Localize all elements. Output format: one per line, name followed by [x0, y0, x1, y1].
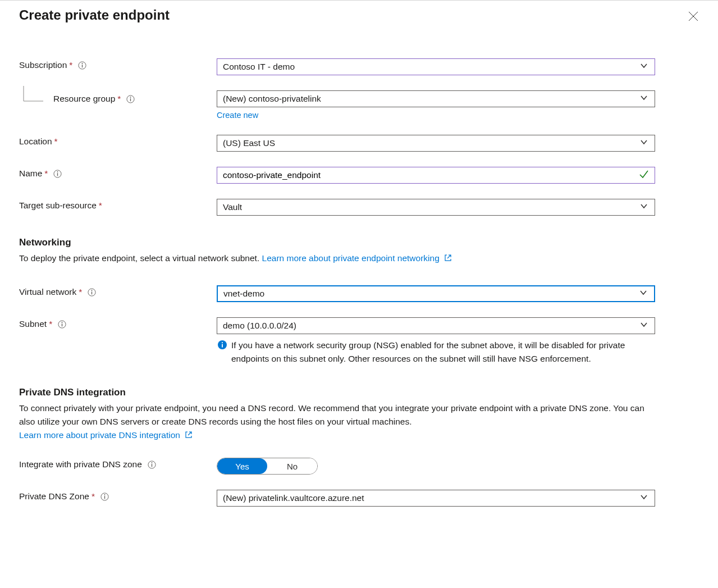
- dns-description: To connect privately with your private e…: [19, 402, 718, 442]
- info-circle-icon: [217, 340, 228, 366]
- dns-zone-select[interactable]: (New) privatelink.vaultcore.azure.net: [217, 490, 655, 507]
- svg-rect-24: [104, 496, 105, 499]
- subnet-value: demo (10.0.0.0/24): [223, 321, 296, 331]
- networking-learn-more-link[interactable]: Learn more about private endpoint networ…: [262, 253, 452, 263]
- svg-point-7: [130, 97, 131, 98]
- networking-description: To deploy the private endpoint, select a…: [19, 252, 718, 265]
- svg-point-13: [92, 290, 93, 291]
- subscription-label: Subscription: [19, 58, 67, 72]
- name-field[interactable]: [223, 170, 649, 180]
- subnet-label: Subnet: [19, 317, 47, 331]
- info-icon[interactable]: [78, 61, 86, 70]
- required-marker: *: [99, 199, 102, 212]
- required-marker: *: [117, 92, 121, 106]
- resource-group-select[interactable]: (New) contoso-privatelink: [217, 90, 655, 107]
- target-sub-resource-select[interactable]: Vault: [217, 199, 655, 216]
- svg-point-16: [62, 322, 63, 323]
- dns-zone-label: Private DNS Zone: [19, 490, 89, 503]
- info-icon[interactable]: [148, 461, 156, 469]
- close-button[interactable]: [685, 8, 701, 24]
- virtual-network-select[interactable]: vnet-demo: [217, 285, 655, 302]
- svg-point-22: [151, 462, 152, 463]
- svg-point-10: [57, 171, 58, 172]
- location-value: (US) East US: [223, 138, 275, 148]
- svg-rect-12: [92, 291, 92, 294]
- dns-zone-value: (New) privatelink.vaultcore.azure.net: [223, 493, 364, 503]
- create-new-link[interactable]: Create new: [217, 111, 655, 120]
- info-icon[interactable]: [58, 320, 66, 329]
- subscription-select[interactable]: Contoso IT - demo: [217, 58, 655, 75]
- svg-point-4: [82, 63, 83, 64]
- name-label: Name: [19, 167, 42, 180]
- svg-rect-9: [57, 173, 58, 176]
- networking-desc-text: To deploy the private endpoint, select a…: [19, 253, 262, 263]
- page-title: Create private endpoint: [19, 7, 690, 23]
- chevron-down-icon: [640, 94, 648, 104]
- info-icon[interactable]: [53, 170, 62, 178]
- name-input[interactable]: [217, 167, 655, 184]
- dns-desc-text: To connect privately with your private e…: [19, 403, 644, 426]
- svg-rect-18: [222, 344, 223, 348]
- svg-point-25: [104, 494, 106, 495]
- info-icon[interactable]: [126, 95, 135, 103]
- target-sub-resource-label: Target sub-resource: [19, 199, 97, 212]
- chevron-down-icon: [640, 493, 648, 503]
- target-sub-resource-value: Vault: [223, 202, 242, 212]
- integrate-dns-label: Integrate with private DNS zone: [19, 458, 142, 471]
- subscription-value: Contoso IT - demo: [223, 62, 295, 72]
- location-select[interactable]: (US) East US: [217, 135, 655, 152]
- svg-rect-3: [82, 65, 83, 67]
- info-icon[interactable]: [100, 493, 109, 501]
- chevron-down-icon: [639, 289, 647, 299]
- external-link-icon: [185, 431, 193, 439]
- toggle-no[interactable]: No: [267, 458, 317, 474]
- resource-group-value: (New) contoso-privatelink: [223, 94, 321, 104]
- resource-group-label: Resource group: [53, 92, 115, 106]
- integrate-dns-toggle[interactable]: Yes No: [217, 458, 318, 475]
- required-marker: *: [79, 285, 82, 299]
- required-marker: *: [54, 135, 58, 148]
- chevron-down-icon: [640, 321, 648, 331]
- tree-elbow-icon: [22, 90, 53, 107]
- networking-heading: Networking: [19, 237, 718, 248]
- info-icon[interactable]: [88, 288, 96, 297]
- required-marker: *: [44, 167, 48, 180]
- chevron-down-icon: [640, 62, 648, 72]
- chevron-down-icon: [640, 202, 648, 212]
- dns-heading: Private DNS integration: [19, 387, 718, 398]
- required-marker: *: [69, 58, 72, 72]
- required-marker: *: [49, 317, 52, 331]
- external-link-icon: [444, 254, 452, 262]
- chevron-down-icon: [640, 138, 648, 148]
- virtual-network-value: vnet-demo: [223, 289, 264, 299]
- checkmark-icon: [639, 169, 649, 181]
- location-label: Location: [19, 135, 52, 148]
- dns-learn-more-link[interactable]: Learn more about private DNS integration: [19, 430, 193, 440]
- close-icon: [688, 11, 698, 21]
- svg-point-19: [222, 342, 223, 343]
- subnet-select[interactable]: demo (10.0.0.0/24): [217, 317, 655, 334]
- svg-rect-15: [62, 323, 62, 326]
- nsg-info-message: If you have a network security group (NS…: [231, 339, 655, 366]
- svg-rect-6: [130, 98, 131, 101]
- required-marker: *: [92, 490, 95, 503]
- toggle-yes[interactable]: Yes: [217, 458, 267, 474]
- svg-rect-21: [152, 464, 152, 467]
- virtual-network-label: Virtual network: [19, 285, 76, 299]
